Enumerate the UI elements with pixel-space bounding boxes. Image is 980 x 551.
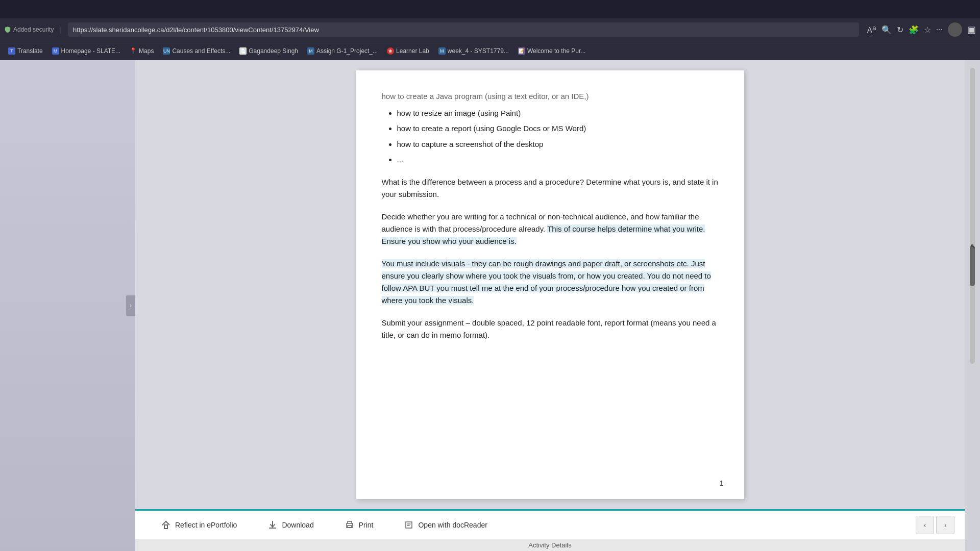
- separator: |: [60, 26, 62, 34]
- svg-point-3: [352, 524, 353, 525]
- print-label: Print: [359, 521, 374, 529]
- list-item: how to capture a screenshot of the deskt…: [397, 139, 719, 151]
- svg-rect-2: [348, 525, 352, 528]
- bottom-toolbar: Reflect in ePortfolio Download Print Ope…: [135, 509, 965, 539]
- homepage-icon: M: [52, 47, 59, 55]
- reflect-button[interactable]: Reflect in ePortfolio: [145, 515, 252, 535]
- bookmark-assign-label: Assign G-1_Project_...: [316, 47, 378, 55]
- prev-button[interactable]: ‹: [916, 516, 934, 534]
- bookmark-homepage-label: Homepage - SLATE...: [61, 47, 121, 55]
- print-icon: [345, 520, 355, 530]
- gagandeep-icon: 📄: [239, 47, 247, 55]
- bookmark-assign[interactable]: M Assign G-1_Project_...: [303, 45, 382, 57]
- maps-icon: 📍: [130, 47, 137, 55]
- sidebar-toggle-icon[interactable]: ▣: [967, 24, 976, 35]
- paragraph-4: Submit your assignment – double spaced, …: [382, 317, 719, 341]
- sidebar-toggle[interactable]: ›: [126, 295, 135, 316]
- docreader-label: Open with docReader: [418, 521, 487, 529]
- assign-icon: M: [307, 47, 314, 55]
- reflect-label: Reflect in ePortfolio: [175, 521, 237, 529]
- security-label: Added security: [13, 26, 54, 33]
- list-item: how to create a report (using Google Doc…: [397, 123, 719, 135]
- download-label: Download: [282, 521, 313, 529]
- bookmark-homepage[interactable]: M Homepage - SLATE...: [48, 45, 125, 57]
- scrollbar-thumb[interactable]: [970, 245, 975, 286]
- bullet-list: how to resize an image (using Paint) how…: [382, 108, 719, 166]
- bookmark-week4[interactable]: M week_4 - SYST1779...: [434, 45, 513, 57]
- reflect-icon: [161, 520, 171, 530]
- docreader-icon: [404, 520, 414, 530]
- shield-icon: [4, 26, 11, 33]
- document-area: how to create a Java program (using a te…: [135, 60, 965, 551]
- bookmark-causes-label: Causes and Effects...: [172, 47, 230, 55]
- document-container: how to create a Java program (using a te…: [135, 60, 965, 509]
- bookmark-gagandeep-label: Gagandeep Singh: [249, 47, 298, 55]
- search-icon[interactable]: 🔍: [881, 25, 892, 35]
- causes-icon: UN: [163, 47, 170, 55]
- next-button[interactable]: ›: [936, 516, 954, 534]
- address-bar-row: Added security | Aa 🔍 ↻ 🧩 ☆ ··· ▣: [0, 18, 980, 41]
- bookmark-welcome[interactable]: 📝 Welcome to the Pur...: [514, 45, 590, 57]
- font-size-icon[interactable]: Aa: [867, 24, 876, 35]
- paragraph-1: What is the difference between a process…: [382, 176, 719, 201]
- list-item: how to resize an image (using Paint): [397, 108, 719, 119]
- browser-chrome: Added security | Aa 🔍 ↻ 🧩 ☆ ··· ▣ T Tran…: [0, 0, 980, 60]
- bookmark-causes[interactable]: UN Causes and Effects...: [159, 45, 234, 57]
- more-icon[interactable]: ···: [936, 25, 943, 34]
- left-sidebar: ›: [0, 60, 135, 551]
- bookmark-maps-label: Maps: [139, 47, 154, 55]
- bookmarks-bar: T Translate M Homepage - SLATE... 📍 Maps…: [0, 41, 980, 60]
- address-input[interactable]: [68, 22, 859, 37]
- partial-top-line: how to create a Java program (using a te…: [382, 91, 719, 103]
- paragraph-3: You must include visuals - they can be r…: [382, 258, 719, 307]
- week4-icon: M: [438, 47, 446, 55]
- bookmark-maps[interactable]: 📍 Maps: [126, 45, 158, 57]
- activity-label: Activity Details: [528, 541, 572, 549]
- bookmark-gagandeep[interactable]: 📄 Gagandeep Singh: [235, 45, 302, 57]
- scrollbar-track[interactable]: [970, 68, 975, 364]
- extensions-icon[interactable]: 🧩: [909, 25, 919, 35]
- bookmark-learnerlab-label: Learner Lab: [396, 47, 429, 55]
- open-docreader-button[interactable]: Open with docReader: [388, 515, 502, 535]
- bookmark-icon[interactable]: ☆: [924, 25, 931, 35]
- translate-icon: T: [8, 47, 15, 55]
- welcome-icon: 📝: [518, 47, 525, 55]
- list-item: ...: [397, 154, 719, 166]
- profile-avatar[interactable]: [948, 22, 962, 37]
- page-wrapper: › how to create a Java program (using a …: [0, 60, 980, 551]
- cursor-indicator: ↖: [970, 242, 976, 250]
- nav-arrows: ‹ ›: [916, 516, 954, 534]
- security-badge: Added security: [4, 26, 54, 33]
- bookmark-learnerlab[interactable]: ❀ Learner Lab: [383, 45, 433, 57]
- title-bar: [0, 0, 980, 18]
- browser-icons: Aa 🔍 ↻ 🧩 ☆ ··· ▣: [867, 22, 976, 37]
- activity-bar: Activity Details: [135, 539, 965, 551]
- download-button[interactable]: Download: [252, 515, 329, 535]
- learnerlab-icon: ❀: [387, 47, 394, 55]
- bookmark-welcome-label: Welcome to the Pur...: [527, 47, 586, 55]
- bookmark-translate-label: Translate: [17, 47, 43, 55]
- download-icon: [267, 520, 278, 530]
- refresh-icon[interactable]: ↻: [897, 25, 903, 35]
- print-button[interactable]: Print: [329, 515, 389, 535]
- svg-rect-0: [164, 525, 167, 529]
- document-page: how to create a Java program (using a te…: [356, 70, 744, 499]
- page-number: 1: [720, 478, 724, 489]
- paragraph-2: Decide whether you are writing for a tec…: [382, 211, 719, 247]
- bookmark-week4-label: week_4 - SYST1779...: [448, 47, 509, 55]
- right-panel: ↖: [965, 60, 980, 551]
- bookmark-translate[interactable]: T Translate: [4, 45, 47, 57]
